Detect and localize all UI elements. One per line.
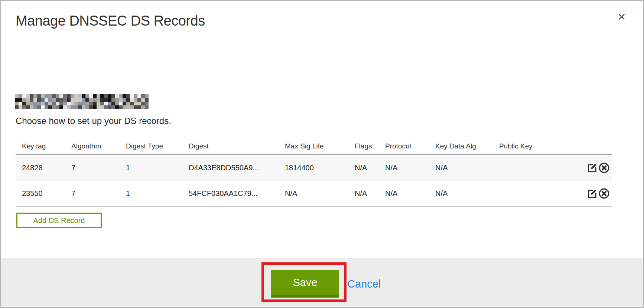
- col-header-max-sig-life: Max Sig Life: [285, 142, 355, 150]
- cell-max-sig-life: 1814400: [285, 164, 355, 172]
- cell-protocol: N/A: [385, 164, 435, 172]
- cell-digest-type: 1: [126, 164, 189, 172]
- edit-record-icon[interactable]: [586, 188, 598, 199]
- row-actions: [586, 162, 612, 173]
- col-header-digest-type: Digest Type: [126, 142, 189, 150]
- cell-digest-type: 1: [126, 189, 189, 198]
- cell-digest: 54FCF030AA1C79...: [189, 189, 285, 198]
- cell-key-data-alg: N/A: [435, 164, 499, 172]
- cell-key-tag: 23550: [22, 189, 71, 198]
- delete-record-icon[interactable]: [598, 162, 609, 173]
- instruction-text: Choose how to set up your DS records.: [16, 116, 171, 126]
- cell-key-tag: 24828: [22, 164, 71, 172]
- save-button[interactable]: Save: [271, 270, 339, 298]
- close-icon[interactable]: ✕: [615, 10, 628, 24]
- col-header-key-tag: Key tag: [22, 142, 71, 150]
- col-header-digest: Digest: [189, 142, 285, 150]
- cell-max-sig-life: N/A: [285, 189, 355, 198]
- cell-algorithm: 7: [71, 189, 126, 198]
- cell-flags: N/A: [355, 189, 385, 198]
- cell-protocol: N/A: [385, 189, 435, 198]
- col-header-key-data-alg: Key Data Alg: [435, 142, 499, 150]
- ds-records-table: Key tag Algorithm Digest Type Digest Max…: [16, 139, 612, 207]
- table-row: 24828 7 1 D4A33E8DD550A9... 1814400 N/A …: [16, 155, 612, 181]
- cell-algorithm: 7: [71, 164, 126, 172]
- cell-key-data-alg: N/A: [435, 189, 499, 198]
- page-title: Manage DNSSEC DS Records: [16, 13, 205, 29]
- redacted-domain: [15, 94, 149, 109]
- row-actions: [586, 188, 612, 199]
- col-header-public-key: Public Key: [499, 142, 586, 150]
- col-header-algorithm: Algorithm: [71, 142, 126, 150]
- edit-record-icon[interactable]: [586, 162, 598, 173]
- delete-record-icon[interactable]: [598, 188, 609, 199]
- cell-flags: N/A: [355, 164, 385, 172]
- table-header-row: Key tag Algorithm Digest Type Digest Max…: [16, 139, 612, 155]
- manage-dnssec-modal: Manage DNSSEC DS Records ✕ Choose how to…: [0, 0, 644, 308]
- col-header-flags: Flags: [355, 142, 385, 150]
- col-header-protocol: Protocol: [385, 142, 435, 150]
- add-ds-record-button[interactable]: Add DS Record: [16, 213, 102, 228]
- cell-digest: D4A33E8DD550A9...: [189, 164, 285, 172]
- cancel-link[interactable]: Cancel: [347, 278, 381, 290]
- table-row: 23550 7 1 54FCF030AA1C79... N/A N/A N/A …: [16, 181, 612, 207]
